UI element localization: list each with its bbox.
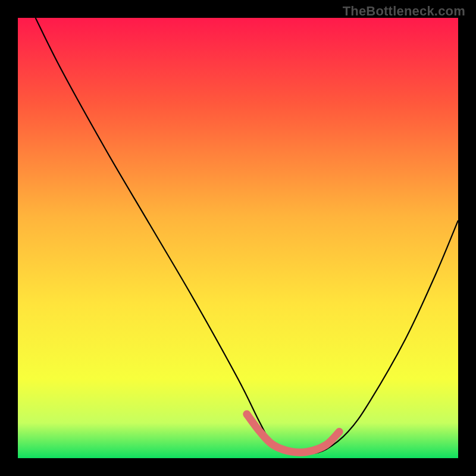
chart-frame: TheBottleneck.com (0, 0, 476, 476)
gradient-background (18, 18, 458, 458)
bottleneck-chart (18, 18, 458, 458)
watermark: TheBottleneck.com (343, 4, 465, 19)
